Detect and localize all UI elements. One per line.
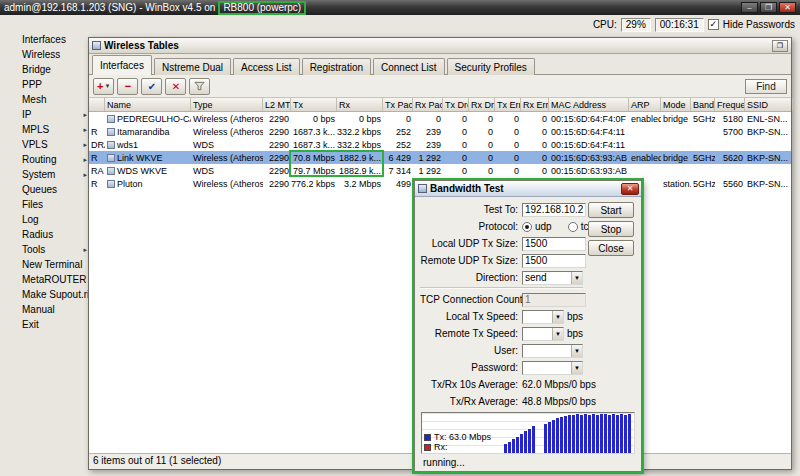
menu-item[interactable]: Mesh bbox=[14, 92, 90, 107]
window-rollup-button[interactable]: ❐ bbox=[772, 40, 788, 52]
menu-item[interactable]: Routing ▸ bbox=[14, 152, 90, 167]
menu-item[interactable]: Log bbox=[14, 212, 90, 227]
row-band: 5GHz bbox=[691, 112, 715, 125]
filter-button[interactable] bbox=[189, 78, 210, 95]
hide-passwords-checkbox[interactable]: ✓ bbox=[708, 19, 719, 30]
col-l2mtu[interactable]: L2 MTU bbox=[263, 98, 291, 111]
local-tx-speed-select[interactable]: ▼ bbox=[522, 310, 564, 324]
radio-udp[interactable] bbox=[522, 222, 532, 232]
menu-item[interactable]: MetaROUTER bbox=[14, 272, 90, 287]
disable-button[interactable]: ✕ bbox=[165, 78, 186, 95]
close-button-dialog[interactable]: Close bbox=[588, 240, 634, 256]
row-name: WDS WKVE bbox=[105, 164, 191, 177]
dialog-titlebar[interactable]: Bandwidth Test ✕ bbox=[415, 181, 641, 197]
col-ssid[interactable]: SSID bbox=[745, 98, 793, 111]
remote-udp-size-label: Remote UDP Tx Size: bbox=[420, 255, 522, 266]
tab-nstreme-dual[interactable]: Nstreme Dual bbox=[154, 58, 231, 75]
menu-item[interactable]: PPP bbox=[14, 77, 90, 92]
tab-security-profiles[interactable]: Security Profiles bbox=[447, 58, 535, 75]
menu-item[interactable]: Tools ▸ bbox=[14, 242, 90, 257]
menu-item[interactable]: System ▸ bbox=[14, 167, 90, 182]
col-name[interactable]: Name bbox=[105, 98, 191, 111]
direction-select[interactable]: send ▼ bbox=[522, 271, 583, 285]
test-to-input[interactable] bbox=[522, 203, 586, 217]
tab-access-list[interactable]: Access List bbox=[233, 58, 300, 75]
row-name: PEDREGULHO-CACA... bbox=[105, 112, 191, 125]
radio-tcp[interactable] bbox=[568, 222, 578, 232]
col-mode[interactable]: Mode bbox=[661, 98, 691, 111]
row-l2mtu: 2290 bbox=[263, 138, 291, 151]
app-title: admin@192.168.1.203 (SNG) - WinBox v4.5 … bbox=[4, 2, 215, 13]
interface-row[interactable]: RA WDS WKVE WDS 2290 79.7 Mbps 1882.9 k.… bbox=[89, 164, 791, 177]
row-tx-drops: 0 bbox=[443, 151, 469, 164]
menu-item[interactable]: Files bbox=[14, 197, 90, 212]
row-tx-errors: 0 bbox=[495, 151, 521, 164]
col-rx-errors[interactable]: Rx Errors bbox=[521, 98, 549, 111]
menu-item[interactable]: Queues bbox=[14, 182, 90, 197]
tab-interfaces[interactable]: Interfaces bbox=[92, 55, 152, 75]
dialog-close-button[interactable]: ✕ bbox=[621, 183, 639, 195]
menu-item[interactable]: Interfaces bbox=[14, 32, 90, 47]
find-button[interactable]: Find bbox=[745, 79, 787, 94]
col-frequency[interactable]: Frequen... bbox=[715, 98, 745, 111]
col-rx-packets[interactable]: Rx Pac... bbox=[413, 98, 443, 111]
password-label: Password: bbox=[420, 362, 522, 373]
remote-udp-size-input[interactable] bbox=[522, 254, 586, 268]
interface-row[interactable]: DRA wds1 WDS 2290 1687.3 k... 332.2 kbps… bbox=[89, 138, 791, 151]
col-arp[interactable]: ARP bbox=[629, 98, 661, 111]
winbox-app: admin@192.168.1.203 (SNG) - WinBox v4.5 … bbox=[0, 0, 800, 476]
menu-item[interactable]: VPLS ▸ bbox=[14, 137, 90, 152]
col-mac-address[interactable]: MAC Address bbox=[549, 98, 629, 111]
menu-item[interactable]: MPLS ▸ bbox=[14, 122, 90, 137]
password-select[interactable]: ▼ bbox=[522, 361, 583, 375]
menu-item[interactable]: Wireless bbox=[14, 47, 90, 62]
interface-row[interactable]: PEDREGULHO-CACA... Wireless (Atheros AR5… bbox=[89, 112, 791, 125]
local-tx-speed-label: Local Tx Speed: bbox=[420, 311, 522, 322]
col-band[interactable]: Band bbox=[691, 98, 715, 111]
col-tx-errors[interactable]: Tx Errors bbox=[495, 98, 521, 111]
row-frequency bbox=[715, 138, 745, 151]
col-tx-drops[interactable]: Tx Drops bbox=[443, 98, 469, 111]
menu-item[interactable]: Bridge bbox=[14, 62, 90, 77]
col-tx-packets[interactable]: Tx Pac... bbox=[383, 98, 413, 111]
row-arp: enabled bbox=[629, 112, 661, 125]
remote-tx-speed-label: Remote Tx Speed: bbox=[420, 328, 522, 339]
menu-item[interactable]: Radius bbox=[14, 227, 90, 242]
row-rx-drops: 0 bbox=[469, 164, 495, 177]
col-rx-drops[interactable]: Rx Drops bbox=[469, 98, 495, 111]
wireless-tables-titlebar[interactable]: Wireless Tables ❐ bbox=[89, 38, 791, 54]
col-type[interactable]: Type bbox=[191, 98, 263, 111]
menu-item[interactable]: Exit bbox=[14, 317, 90, 332]
tab-registration[interactable]: Registration bbox=[302, 58, 371, 75]
local-udp-size-input[interactable] bbox=[522, 237, 586, 251]
remote-tx-speed-select[interactable]: ▼ bbox=[522, 327, 564, 341]
stop-button[interactable]: Stop bbox=[588, 221, 634, 237]
menu-item[interactable]: Make Supout.rif bbox=[14, 287, 90, 302]
add-button[interactable]: +▼ bbox=[93, 78, 114, 95]
hide-passwords-label: Hide Passwords bbox=[723, 19, 795, 30]
enable-button[interactable]: ✔ bbox=[141, 78, 162, 95]
dropdown-icon: ▼ bbox=[571, 345, 582, 357]
interface-row[interactable]: R Link WKVE Wireless (Atheros AR5... 229… bbox=[89, 151, 791, 164]
tab-connect-list[interactable]: Connect List bbox=[373, 58, 445, 75]
col-tx[interactable]: Tx bbox=[291, 98, 337, 111]
dialog-buttons: Start Stop Close bbox=[588, 202, 634, 256]
remote-tx-speed-unit: bps bbox=[567, 328, 583, 339]
user-select[interactable]: ▼ bbox=[522, 344, 583, 358]
minimize-button[interactable]: – bbox=[741, 2, 758, 13]
maximize-button[interactable]: ❐ bbox=[760, 2, 777, 13]
start-button[interactable]: Start bbox=[588, 202, 634, 218]
col-flags[interactable] bbox=[89, 98, 105, 111]
interface-row[interactable]: R Itamarandiba Wireless (Atheros AR5... … bbox=[89, 125, 791, 138]
menu-item[interactable]: IP ▸ bbox=[14, 107, 90, 122]
col-rx[interactable]: Rx bbox=[337, 98, 383, 111]
remove-button[interactable]: − bbox=[117, 78, 138, 95]
close-button[interactable]: ✕ bbox=[779, 2, 796, 13]
dialog-status: running... bbox=[423, 457, 465, 468]
menu-item-label: Bridge bbox=[22, 64, 51, 75]
submenu-arrow-icon: ▸ bbox=[83, 246, 87, 254]
table-toolbar: +▼ − ✔ ✕ Find bbox=[89, 75, 791, 98]
menu-item[interactable]: Manual bbox=[14, 302, 90, 317]
user-label: User: bbox=[420, 345, 522, 356]
menu-item[interactable]: New Terminal bbox=[14, 257, 90, 272]
